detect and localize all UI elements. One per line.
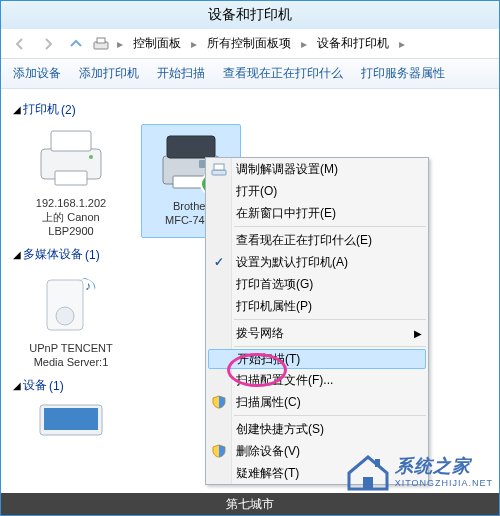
category-label: 打印机 [23, 101, 59, 118]
devices-printers-window: 设备和打印机 ▸ 控制面板 ▸ 所有控制面板项 ▸ 设备和打印机 ▸ 添加设备 … [0, 0, 500, 516]
house-logo-icon [345, 451, 391, 491]
command-bar: 添加设备 添加打印机 开始扫描 查看现在正在打印什么 打印服务器属性 [1, 59, 499, 89]
svg-text:♪: ♪ [85, 279, 91, 293]
breadcrumb-item[interactable]: 所有控制面板项 [205, 35, 293, 52]
context-menu: 调制解调器设置(M) 打开(O) 在新窗口中打开(E) 查看现在正在打印什么(E… [205, 157, 429, 485]
menu-label: 创建快捷方式(S) [236, 421, 324, 438]
breadcrumb-sep-icon: ▸ [189, 37, 199, 51]
devices-icon [93, 36, 109, 52]
menu-label: 在新窗口中打开(E) [236, 205, 336, 222]
svg-rect-3 [51, 131, 91, 151]
breadcrumb-item[interactable]: 控制面板 [131, 35, 183, 52]
menu-label: 删除设备(V) [236, 443, 300, 460]
breadcrumb-sep-icon: ▸ [299, 37, 309, 51]
ctx-open-new-window[interactable]: 在新窗口中打开(E) [206, 202, 428, 224]
see-printing-button[interactable]: 查看现在正在打印什么 [223, 65, 343, 82]
item-label: UPnP TENCENT [21, 341, 121, 355]
category-label: 设备 [23, 377, 47, 394]
media-device-item[interactable]: ♪ UPnP TENCENT Media Server:1 [21, 269, 121, 369]
category-count: (2) [61, 103, 76, 117]
menu-label: 拨号网络 [236, 325, 284, 342]
nav-up-button[interactable] [65, 33, 87, 55]
ctx-dial-network[interactable]: 拨号网络 ▶ [206, 322, 428, 344]
ctx-see-printing[interactable]: 查看现在正在打印什么(E) [206, 229, 428, 251]
breadcrumb-sep-icon: ▸ [397, 37, 407, 51]
server-props-button[interactable]: 打印服务器属性 [361, 65, 445, 82]
item-label: 上的 Canon [21, 210, 121, 224]
svg-point-11 [56, 307, 74, 325]
menu-label: 打开(O) [236, 183, 277, 200]
svg-rect-15 [212, 170, 226, 175]
nav-back-button[interactable] [9, 33, 31, 55]
svg-rect-4 [55, 171, 87, 185]
svg-point-5 [89, 155, 93, 159]
ctx-modem-settings[interactable]: 调制解调器设置(M) [206, 158, 428, 180]
menu-label: 扫描属性(C) [236, 394, 301, 411]
add-printer-button[interactable]: 添加打印机 [79, 65, 139, 82]
ctx-open[interactable]: 打开(O) [206, 180, 428, 202]
menu-separator [234, 226, 426, 227]
arrow-up-icon [69, 37, 83, 51]
address-bar: ▸ 控制面板 ▸ 所有控制面板项 ▸ 设备和打印机 ▸ [1, 29, 499, 59]
brand-url: XITONGZHIJIA.NET [395, 478, 493, 488]
media-server-icon: ♪ [41, 272, 101, 336]
svg-rect-14 [44, 408, 98, 430]
menu-separator [234, 415, 426, 416]
submenu-arrow-icon: ▶ [414, 328, 422, 339]
breadcrumb-sep-icon: ▸ [115, 37, 125, 51]
menu-label: 查看现在正在打印什么(E) [236, 232, 372, 249]
shield-icon [210, 393, 228, 411]
ctx-printer-props[interactable]: 打印机属性(P) [206, 295, 428, 317]
item-label: LBP2900 [21, 224, 121, 238]
menu-separator [234, 319, 426, 320]
menu-label: 调制解调器设置(M) [236, 161, 338, 178]
ctx-start-scan[interactable]: 开始扫描(T) [208, 349, 426, 369]
printer-item[interactable]: 192.168.1.202 上的 Canon LBP2900 [21, 124, 121, 238]
footer-watermark: 第七城市 [1, 493, 499, 515]
device-item[interactable] [21, 400, 121, 440]
svg-rect-18 [363, 477, 373, 489]
category-count: (1) [85, 248, 100, 262]
breadcrumb-item[interactable]: 设备和打印机 [315, 35, 391, 52]
check-icon [210, 253, 228, 271]
collapse-icon: ◢ [13, 380, 21, 391]
brand-name: 系统之家 [395, 454, 493, 478]
ctx-scan-props[interactable]: 扫描属性(C) [206, 391, 428, 413]
arrow-right-icon [41, 37, 55, 51]
svg-rect-16 [214, 164, 224, 170]
window-title: 设备和打印机 [208, 6, 292, 24]
shield-icon [210, 442, 228, 460]
item-label: 192.168.1.202 [21, 196, 121, 210]
svg-rect-1 [97, 38, 105, 43]
svg-rect-7 [167, 136, 215, 158]
menu-label: 疑难解答(T) [236, 465, 299, 482]
ctx-scan-profile[interactable]: 扫描配置文件(F)... [206, 369, 428, 391]
svg-rect-17 [375, 459, 380, 467]
monitor-icon [36, 403, 106, 437]
collapse-icon: ◢ [13, 104, 21, 115]
category-count: (1) [49, 379, 64, 393]
collapse-icon: ◢ [13, 249, 21, 260]
printer-icon [35, 127, 107, 191]
menu-label: 打印机属性(P) [236, 298, 312, 315]
ctx-create-shortcut[interactable]: 创建快捷方式(S) [206, 418, 428, 440]
modem-icon [210, 160, 228, 178]
menu-label: 打印首选项(G) [236, 276, 313, 293]
brand-watermark: 系统之家 XITONGZHIJIA.NET [345, 451, 493, 491]
footer-text: 第七城市 [226, 496, 274, 513]
menu-label: 设置为默认打印机(A) [236, 254, 348, 271]
nav-forward-button[interactable] [37, 33, 59, 55]
ctx-set-default[interactable]: 设置为默认打印机(A) [206, 251, 428, 273]
category-label: 多媒体设备 [23, 246, 83, 263]
category-header[interactable]: ◢ 打印机 (2) [13, 101, 487, 118]
menu-separator [234, 346, 426, 347]
titlebar: 设备和打印机 [1, 1, 499, 29]
arrow-left-icon [13, 37, 27, 51]
menu-label: 开始扫描(T) [237, 351, 300, 368]
item-label: Media Server:1 [21, 355, 121, 369]
add-device-button[interactable]: 添加设备 [13, 65, 61, 82]
menu-label: 扫描配置文件(F)... [236, 372, 333, 389]
ctx-print-prefs[interactable]: 打印首选项(G) [206, 273, 428, 295]
start-scan-button[interactable]: 开始扫描 [157, 65, 205, 82]
